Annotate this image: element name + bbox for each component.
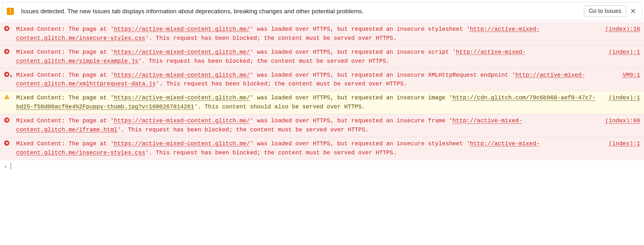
warning-icon — [4, 95, 9, 99]
page-url-link[interactable]: https://active-mixed-content.glitch.me/ — [114, 26, 250, 32]
prompt-caret-icon: › — [4, 163, 7, 170]
console-message: Mixed Content: The page at 'https://acti… — [16, 117, 601, 135]
console-error-entry: Mixed Content: The page at 'https://acti… — [0, 68, 644, 91]
console-prompt[interactable]: › — [0, 160, 644, 172]
page-url-link[interactable]: https://active-mixed-content.glitch.me/ — [114, 117, 250, 124]
resource-url-link[interactable]: http://active-mixed-content.glitch.me/in… — [16, 26, 540, 41]
console-message: Mixed Content: The page at 'https://acti… — [16, 25, 601, 43]
console-message: Mixed Content: The page at 'https://acti… — [16, 71, 619, 89]
expand-toggle-icon[interactable] — [10, 74, 13, 78]
error-icon — [4, 26, 9, 31]
page-url-link[interactable]: https://active-mixed-content.glitch.me/ — [114, 72, 250, 78]
source-link[interactable]: (index):66 — [601, 117, 640, 126]
console-warning-entry: Mixed Content: The page at 'https://acti… — [0, 91, 644, 114]
issues-alert-icon: ! — [7, 8, 14, 15]
source-link[interactable]: (index):1 — [605, 139, 640, 149]
console-error-entry: Mixed Content: The page at 'https://acti… — [0, 45, 644, 68]
page-url-link[interactable]: https://active-mixed-content.glitch.me/ — [114, 49, 250, 55]
console-error-entry: Mixed Content: The page at 'https://acti… — [0, 137, 644, 160]
resource-url-link[interactable]: http://active-mixed-content.glitch.me/si… — [16, 49, 526, 64]
source-link[interactable]: (index):1 — [605, 94, 640, 103]
console-message: Mixed Content: The page at 'https://acti… — [16, 94, 605, 112]
console-error-entry: Mixed Content: The page at 'https://acti… — [0, 22, 644, 45]
prompt-cursor — [11, 163, 11, 169]
resource-url-link[interactable]: http://active-mixed-content.glitch.me/if… — [16, 117, 522, 133]
console-log: Mixed Content: The page at 'https://acti… — [0, 22, 644, 160]
console-message: Mixed Content: The page at 'https://acti… — [16, 48, 605, 66]
page-url-link[interactable]: https://active-mixed-content.glitch.me/ — [114, 140, 250, 147]
go-to-issues-button[interactable]: Go to Issues — [584, 6, 626, 17]
source-link[interactable]: (index):16 — [601, 25, 640, 34]
error-icon — [4, 49, 9, 54]
close-icon[interactable]: ✕ — [629, 7, 637, 16]
error-icon — [4, 117, 9, 123]
resource-url-link[interactable]: http://active-mixed-content.glitch.me/xm… — [16, 72, 585, 87]
error-icon — [4, 72, 9, 77]
page-url-link[interactable]: https://active-mixed-content.glitch.me/ — [114, 95, 250, 101]
source-link[interactable]: VM9:1 — [619, 71, 640, 80]
console-message: Mixed Content: The page at 'https://acti… — [16, 139, 605, 158]
source-link[interactable]: (index):1 — [605, 48, 640, 57]
issues-banner: ! Issues detected. The new Issues tab di… — [2, 2, 642, 20]
resource-url-link[interactable]: http://active-mixed-content.glitch.me/in… — [16, 140, 540, 156]
console-error-entry: Mixed Content: The page at 'https://acti… — [0, 114, 644, 137]
resource-url-link[interactable]: http://cdn.glitch.com/79c6b968-aef0-47c7… — [16, 95, 596, 110]
issues-banner-text: Issues detected. The new Issues tab disp… — [21, 8, 584, 15]
error-icon — [4, 140, 9, 146]
